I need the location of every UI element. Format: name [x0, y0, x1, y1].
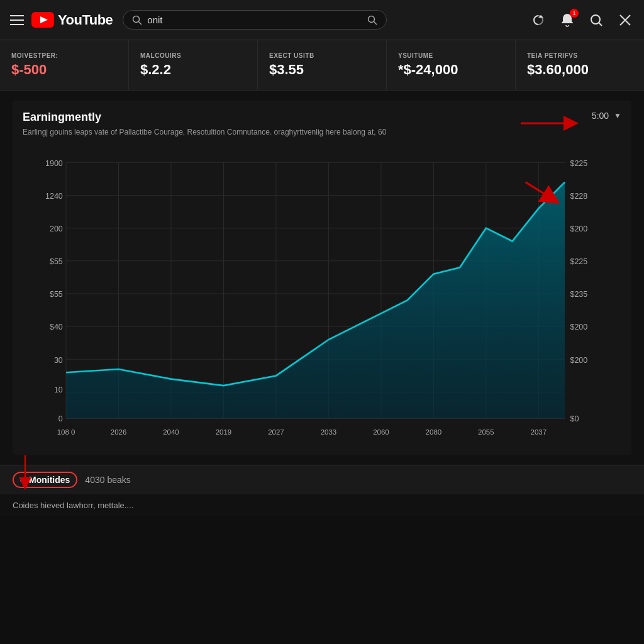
svg-line-3: [139, 21, 142, 25]
svg-text:1900: 1900: [45, 159, 63, 168]
beaks-count: 4030 beaks: [85, 475, 130, 485]
svg-text:$235: $235: [570, 290, 587, 299]
stat-teia: Teia petrifvs $3.60,000: [516, 40, 644, 90]
refresh-button[interactable]: [530, 11, 547, 29]
stats-bar: Moivestper: $-500 Malcouirs $.2.2 Exect …: [0, 40, 644, 91]
bottom-bar: Monitides 4030 beaks: [0, 465, 644, 494]
svg-text:$55: $55: [50, 290, 63, 299]
search-input[interactable]: [147, 14, 362, 25]
svg-text:30: 30: [54, 356, 63, 365]
svg-text:$225: $225: [570, 257, 587, 266]
svg-text:$200: $200: [570, 225, 587, 233]
svg-text:200: 200: [50, 225, 63, 233]
svg-text:0: 0: [58, 414, 63, 423]
svg-text:$200: $200: [570, 356, 587, 365]
footer-text: Coides hieved lawhorr, mettale....: [0, 494, 644, 516]
svg-text:2060: 2060: [373, 428, 389, 436]
stat-teia-label: Teia petrifvs: [527, 52, 633, 59]
stat-ysuitume: Ysuitume *$-24,000: [387, 40, 516, 90]
notification-badge: 1: [570, 9, 579, 18]
hamburger-menu[interactable]: [10, 15, 24, 25]
svg-text:2026: 2026: [111, 428, 127, 436]
svg-text:2019: 2019: [216, 428, 232, 436]
svg-point-7: [591, 15, 600, 24]
chart-container: 1900 1240 200 $55 $55 $40 30 10 0 $225 $…: [23, 143, 621, 445]
notification-button[interactable]: 1: [558, 11, 576, 29]
svg-text:2037: 2037: [531, 428, 547, 436]
chart-title-area: Earningmently Earlingj gouins leaps vate…: [23, 111, 386, 138]
stat-malcouirs-value: $.2.2: [140, 62, 246, 78]
search-prefix-icon: [132, 15, 142, 25]
svg-line-8: [599, 23, 602, 26]
search-header-button[interactable]: [587, 11, 605, 29]
header-left: YouTube: [10, 12, 113, 28]
chart-subtitle: Earlingj gouins leaps vate of Pallactibe…: [23, 126, 386, 138]
stat-exect: Exect usitb $3.55: [258, 40, 387, 90]
svg-text:2033: 2033: [321, 428, 337, 436]
svg-text:2027: 2027: [268, 428, 284, 436]
chart-header: Earningmently Earlingj gouins leaps vate…: [23, 111, 621, 138]
chart-time-label: 5:00: [592, 111, 609, 121]
search-bar[interactable]: [123, 10, 387, 30]
svg-text:$55: $55: [50, 257, 63, 266]
svg-text:$225: $225: [570, 159, 587, 168]
chart-controls[interactable]: 5:00 ▼: [592, 111, 621, 121]
chart-dropdown-arrow[interactable]: ▼: [614, 111, 621, 120]
stat-ysuitume-label: Ysuitume: [398, 52, 504, 59]
earnings-chart: 1900 1240 200 $55 $55 $40 30 10 0 $225 $…: [23, 143, 621, 445]
stat-exect-label: Exect usitb: [269, 52, 375, 59]
svg-text:$0: $0: [570, 414, 579, 423]
svg-text:$200: $200: [570, 323, 587, 331]
red-arrow-annotation: [514, 104, 590, 142]
stat-malcouirs: Malcouirs $.2.2: [129, 40, 258, 90]
svg-text:2080: 2080: [426, 428, 442, 436]
youtube-logo-icon: [31, 12, 54, 28]
svg-point-4: [369, 16, 375, 22]
stat-moivestper-label: Moivestper:: [11, 52, 117, 59]
svg-text:10: 10: [54, 386, 63, 394]
svg-text:$228: $228: [570, 192, 587, 201]
chart-section: Earningmently Earlingj gouins leaps vate…: [13, 101, 631, 455]
search-submit-icon[interactable]: [367, 15, 377, 25]
youtube-logo-text: YouTube: [58, 12, 113, 28]
header-right: 1: [530, 11, 634, 29]
svg-text:108 0: 108 0: [57, 428, 75, 436]
svg-text:1240: 1240: [45, 192, 63, 201]
chart-title: Earningmently: [23, 111, 386, 124]
stat-ysuitume-value: *$-24,000: [398, 62, 504, 78]
svg-line-5: [374, 21, 377, 25]
stat-moivestper: Moivestper: $-500: [0, 40, 129, 90]
youtube-logo: YouTube: [31, 12, 113, 28]
svg-text:2040: 2040: [163, 428, 179, 436]
svg-text:$40: $40: [50, 323, 63, 331]
monitides-arrow: [6, 452, 44, 490]
stat-exect-value: $3.55: [269, 62, 375, 78]
bottom-area: Monitides 4030 beaks: [0, 465, 644, 494]
svg-text:2055: 2055: [478, 428, 494, 436]
main-content: Earningmently Earlingj gouins leaps vate…: [0, 91, 644, 465]
stat-malcouirs-label: Malcouirs: [140, 52, 246, 59]
stat-teia-value: $3.60,000: [527, 62, 633, 78]
header: YouTube 1: [0, 0, 644, 40]
svg-point-2: [133, 16, 140, 22]
close-button[interactable]: [616, 11, 634, 29]
stat-moivestper-value: $-500: [11, 62, 117, 78]
